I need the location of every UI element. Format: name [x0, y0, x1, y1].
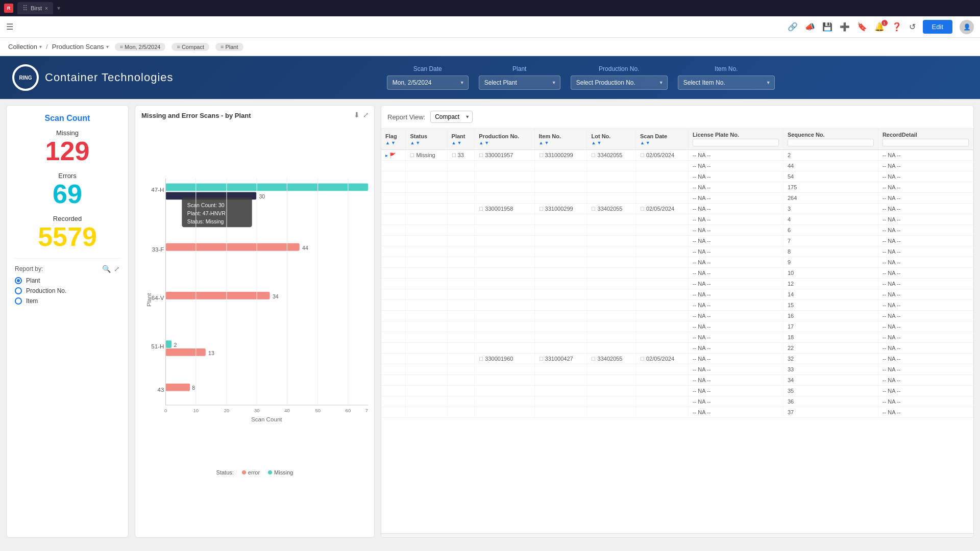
search-icon[interactable]: 🔍	[102, 265, 111, 273]
seq-filter-input[interactable]	[788, 139, 874, 146]
table-row[interactable]: -- NA --12-- NA --	[381, 279, 973, 289]
item-sort-desc[interactable]: ▼	[544, 140, 549, 145]
svg-text:50: 50	[315, 408, 321, 413]
table-cell	[534, 321, 587, 332]
item-sort-asc[interactable]: ▲	[539, 140, 544, 145]
table-cell: 175	[783, 182, 878, 193]
flag-sort-asc[interactable]: ▲	[385, 140, 390, 145]
table-row[interactable]: -- NA --22-- NA --	[381, 343, 973, 354]
table-row[interactable]: -- NA --18-- NA --	[381, 332, 973, 343]
user-avatar[interactable]: 👤	[960, 20, 974, 34]
breadcrumb-production-scans[interactable]: Production Scans ▾	[52, 43, 109, 51]
notification-icon[interactable]: 🔔	[874, 22, 885, 32]
table-row[interactable]: -- NA --36-- NA --	[381, 396, 973, 407]
svg-text:34: 34	[273, 293, 279, 299]
flag-sort-desc[interactable]: ▼	[391, 140, 396, 145]
table-row[interactable]: ▸ 🚩☐ Missing☐ 33☐ 330001957☐ 331000299☐ …	[381, 150, 973, 161]
table-row[interactable]: -- NA --54-- NA --	[381, 171, 973, 182]
table-row[interactable]: -- NA --16-- NA --	[381, 311, 973, 321]
radio-production-no[interactable]: Production No.	[15, 287, 120, 294]
help-icon[interactable]: ❓	[892, 22, 902, 32]
table-cell	[587, 171, 635, 182]
table-row[interactable]: -- NA --34-- NA --	[381, 375, 973, 386]
table-cell	[381, 279, 406, 289]
plant-sort-desc[interactable]: ▼	[457, 140, 461, 145]
table-row[interactable]: -- NA --4-- NA --	[381, 214, 973, 225]
status-sort-desc[interactable]: ▼	[415, 140, 420, 145]
table-row[interactable]: -- NA --37-- NA --	[381, 407, 973, 418]
edit-button[interactable]: Edit	[923, 20, 952, 34]
table-row[interactable]: -- NA --14-- NA --	[381, 289, 973, 300]
breadcrumb-collection[interactable]: Collection ▾	[8, 43, 42, 51]
app-tab[interactable]: ⠿ Birst ×	[17, 2, 53, 14]
link-icon[interactable]: 🔗	[788, 22, 798, 32]
lp-filter-input[interactable]	[693, 139, 779, 146]
table-row[interactable]: -- NA --7-- NA --	[381, 236, 973, 246]
table-row[interactable]: -- NA --33-- NA --	[381, 364, 973, 375]
table-cell	[406, 332, 447, 343]
scandate-sort-asc[interactable]: ▲	[640, 140, 645, 145]
table-cell	[381, 289, 406, 300]
table-row[interactable]: -- NA --9-- NA --	[381, 257, 973, 268]
save-icon[interactable]: 💾	[822, 22, 832, 32]
lot-sort-desc[interactable]: ▼	[597, 140, 601, 145]
radio-plant[interactable]: Plant	[15, 277, 120, 284]
status-sort-asc[interactable]: ▲	[410, 140, 414, 145]
bar-51h-error[interactable]	[166, 348, 206, 356]
bar-33f-error[interactable]	[166, 243, 300, 251]
filter-tag-plant[interactable]: = Plant	[215, 43, 243, 51]
bar-51h-missing[interactable]	[166, 340, 172, 348]
scandate-sort-desc[interactable]: ▼	[646, 140, 650, 145]
prod-sort-asc[interactable]: ▲	[479, 140, 483, 145]
table-scroll-wrap[interactable]: Flag ▲ ▼ Status ▲ ▼	[381, 129, 973, 533]
menu-icon[interactable]: ☰	[6, 22, 13, 32]
table-row[interactable]: ☐ 330001958☐ 331000299☐ 33402055☐ 02/05/…	[381, 204, 973, 214]
table-row[interactable]: -- NA --8-- NA --	[381, 246, 973, 257]
missing-metric: Missing 129	[15, 129, 120, 166]
table-row[interactable]: ☐ 330001960☐ 331000427☐ 33402055☐ 02/05/…	[381, 354, 973, 364]
bar-43-error[interactable]	[166, 384, 190, 391]
bookmark-icon[interactable]: 🔖	[857, 22, 867, 32]
prod-sort-desc[interactable]: ▼	[484, 140, 489, 145]
scan-date-select[interactable]: Mon, 2/5/2024	[387, 76, 469, 90]
item-no-select[interactable]: Select Item No.	[678, 76, 775, 90]
breadcrumb-separator: /	[46, 43, 48, 51]
add-icon[interactable]: ➕	[840, 22, 850, 32]
lot-sort-asc[interactable]: ▲	[591, 140, 596, 145]
refresh-icon[interactable]: ↺	[909, 22, 916, 32]
table-cell	[475, 321, 534, 332]
table-row[interactable]: -- NA --44-- NA --	[381, 161, 973, 171]
table-cell: -- NA --	[688, 225, 783, 236]
scan-date-select-wrap: Mon, 2/5/2024	[387, 76, 469, 90]
close-tab-icon[interactable]: ×	[45, 6, 48, 11]
plant-sort-asc[interactable]: ▲	[452, 140, 456, 145]
production-no-select[interactable]: Select Production No.	[571, 76, 668, 90]
announce-icon[interactable]: 📣	[805, 22, 815, 32]
radio-item[interactable]: Item	[15, 297, 120, 305]
chart-download-icon[interactable]: ⬇	[354, 111, 360, 119]
table-cell: -- NA --	[688, 386, 783, 396]
table-row[interactable]: -- NA --264-- NA --	[381, 193, 973, 204]
filter-tag-date[interactable]: = Mon, 2/5/2024	[115, 43, 166, 51]
table-cell	[475, 236, 534, 246]
table-row[interactable]: -- NA --10-- NA --	[381, 268, 973, 279]
table-cell: -- NA --	[878, 289, 973, 300]
bar-64v-error[interactable]	[166, 292, 270, 299]
table-row[interactable]: -- NA --17-- NA --	[381, 321, 973, 332]
table-cell: 8	[783, 246, 878, 257]
filter-tag-compact[interactable]: = Compact	[172, 43, 209, 51]
table-row[interactable]: -- NA --15-- NA --	[381, 300, 973, 311]
table-cell: 4	[783, 214, 878, 225]
chart-expand-icon[interactable]: ⤢	[363, 111, 369, 119]
table-row[interactable]: -- NA --6-- NA --	[381, 225, 973, 236]
table-row[interactable]: -- NA --35-- NA --	[381, 386, 973, 396]
detail-filter-input[interactable]	[883, 139, 969, 146]
table-cell	[381, 268, 406, 279]
expand-icon[interactable]: ⤢	[114, 265, 120, 273]
table-cell: 36	[783, 396, 878, 407]
plant-select[interactable]: Select Plant	[479, 76, 560, 90]
report-view-select[interactable]: Compact Standard Detailed	[430, 111, 473, 123]
horizontal-scrollbar[interactable]	[381, 533, 973, 537]
table-row[interactable]: -- NA --175-- NA --	[381, 182, 973, 193]
tab-arrow-icon[interactable]: ▾	[57, 5, 60, 12]
